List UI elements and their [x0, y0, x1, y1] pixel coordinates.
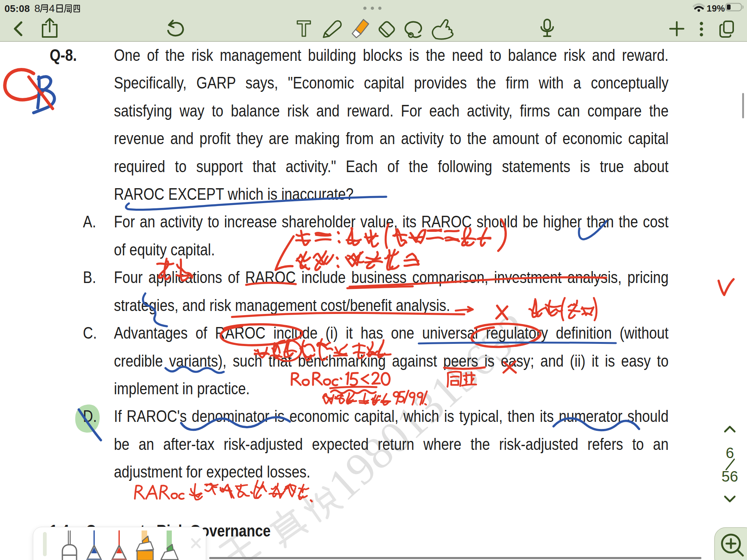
svg-text:6: 6	[726, 445, 734, 461]
svg-text:56: 56	[722, 468, 738, 485]
